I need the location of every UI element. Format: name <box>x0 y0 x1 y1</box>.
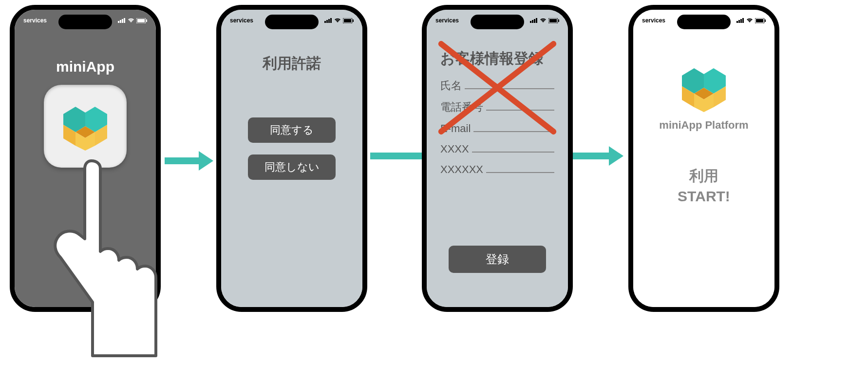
svg-marker-1 <box>609 146 623 166</box>
field-phone[interactable]: 電話番号 <box>440 100 554 115</box>
svg-rect-35 <box>740 19 742 23</box>
svg-rect-5 <box>124 18 125 23</box>
register-form: 氏名 電話番号 E-mail XXXX XXXXXX <box>427 78 568 176</box>
start-text: 利用 START! <box>633 166 774 207</box>
flow-diagram: services miniApp <box>0 0 868 366</box>
license-heading: 利用許諾 <box>221 54 362 74</box>
arrow-1-to-2 <box>165 146 213 175</box>
phone-notch <box>471 15 524 29</box>
status-icons <box>530 18 559 23</box>
status-carrier: services <box>435 17 459 24</box>
field-name[interactable]: 氏名 <box>440 78 554 93</box>
phone-2: services 利用許諾 同意する 同意しない <box>216 5 367 312</box>
miniapp-tile[interactable] <box>44 85 127 168</box>
phone-1: services miniApp <box>10 5 161 312</box>
screen-register: services お客様情報登録 氏名 電話番号 E-mail XXXX XXX… <box>427 10 568 307</box>
svg-rect-27 <box>536 18 537 23</box>
svg-rect-3 <box>120 20 121 23</box>
screen-start: services mi <box>633 10 774 307</box>
status-icons <box>324 18 354 23</box>
svg-rect-17 <box>324 21 326 23</box>
field-email[interactable]: E-mail <box>440 121 554 135</box>
phone-4: services mi <box>628 5 779 312</box>
agree-button[interactable]: 同意する <box>248 117 336 143</box>
platform-brand: miniApp Platform <box>659 119 748 132</box>
svg-rect-30 <box>558 19 559 22</box>
svg-rect-25 <box>532 20 533 23</box>
svg-rect-34 <box>738 20 740 23</box>
svg-rect-8 <box>146 19 147 22</box>
status-carrier: services <box>23 17 47 24</box>
status-icons <box>118 18 147 23</box>
svg-rect-33 <box>736 21 738 23</box>
svg-rect-19 <box>328 19 330 23</box>
svg-rect-4 <box>122 19 123 23</box>
register-heading: お客様情報登録 <box>427 49 568 69</box>
svg-rect-38 <box>756 19 763 22</box>
miniapp-title: miniApp <box>15 58 156 75</box>
status-carrier: services <box>642 17 665 24</box>
svg-rect-20 <box>330 18 332 23</box>
svg-rect-36 <box>742 18 744 23</box>
svg-rect-2 <box>118 21 119 23</box>
svg-rect-39 <box>765 19 766 22</box>
svg-rect-26 <box>534 19 535 23</box>
screen-miniapp: services miniApp <box>15 10 156 307</box>
svg-marker-16 <box>199 151 213 171</box>
screen-license: services 利用許諾 同意する 同意しない <box>221 10 362 307</box>
status-icons <box>736 18 766 23</box>
svg-rect-23 <box>353 19 354 22</box>
svg-rect-24 <box>530 21 531 23</box>
svg-rect-18 <box>326 20 328 23</box>
svg-rect-7 <box>137 19 145 22</box>
phone-notch <box>677 15 731 29</box>
disagree-button[interactable]: 同意しない <box>248 154 336 180</box>
svg-rect-22 <box>344 19 351 22</box>
miniapp-logo-icon <box>58 102 112 151</box>
field-xxxx[interactable]: XXXX <box>440 142 554 155</box>
phone-notch <box>265 15 319 29</box>
phone-notch <box>58 15 112 29</box>
field-xxxxxx[interactable]: XXXXXX <box>440 162 554 176</box>
svg-rect-29 <box>549 19 557 22</box>
phone-3: services お客様情報登録 氏名 電話番号 E-mail XXXX XXX… <box>422 5 573 312</box>
platform-logo-icon <box>677 63 731 112</box>
status-carrier: services <box>230 17 253 24</box>
register-button[interactable]: 登録 <box>449 246 546 273</box>
